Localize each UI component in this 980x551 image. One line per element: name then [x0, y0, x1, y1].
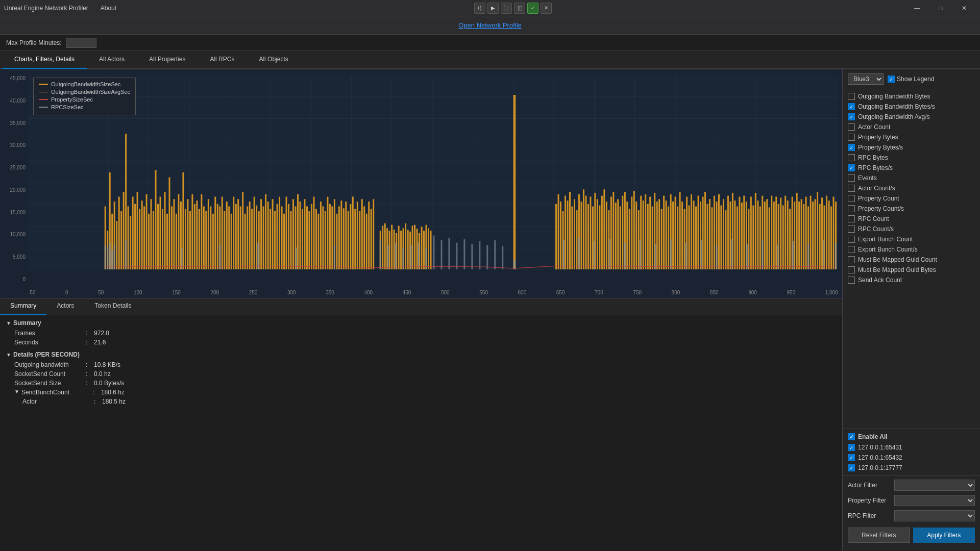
- toolbar-icon-4[interactable]: ◫: [514, 3, 525, 14]
- svg-rect-73: [208, 199, 209, 269]
- svg-rect-131: [340, 201, 342, 269]
- rpc-filter-select[interactable]: [894, 510, 975, 521]
- ip-cb-1[interactable]: ✓: [848, 454, 855, 461]
- svg-rect-228: [689, 206, 690, 269]
- cb-rpc-count[interactable]: [848, 215, 855, 222]
- svg-rect-115: [304, 199, 305, 269]
- cb-must-be-mapped-guid-bytes[interactable]: [848, 266, 855, 273]
- svg-rect-318: [486, 245, 488, 270]
- cb-property-bytes-s[interactable]: ✓: [848, 144, 855, 151]
- svg-rect-50: [155, 170, 157, 269]
- cb-label-12: RPC Count: [858, 215, 889, 222]
- cb-rpc-bytes[interactable]: [848, 154, 855, 161]
- cb-property-count[interactable]: [848, 195, 855, 202]
- cb-label-1: Outgoing Bandwidth Bytes/s: [858, 103, 935, 110]
- ip-cb-0[interactable]: ✓: [848, 444, 855, 451]
- summary-frames-colon: :: [86, 330, 94, 337]
- x-label-8: 350: [326, 290, 334, 295]
- reset-filters-button[interactable]: Reset Filters: [848, 528, 910, 543]
- property-filter-select[interactable]: [894, 495, 975, 506]
- summary-section-header[interactable]: ▼ Summary: [6, 319, 836, 327]
- svg-rect-339: [823, 240, 824, 269]
- cb-row-16: Must Be Mapped Guid Count: [848, 255, 975, 265]
- cb-events[interactable]: [848, 174, 855, 182]
- cb-send-ack-count[interactable]: [848, 277, 855, 284]
- legend-label-4: RPCSizeSec: [51, 104, 84, 110]
- cb-rpc-count-s[interactable]: [848, 226, 855, 233]
- svg-rect-170: [555, 204, 557, 269]
- cb-must-be-mapped-guid-count[interactable]: [848, 256, 855, 263]
- cb-outgoing-bandwidth-avg-s[interactable]: ✓: [848, 113, 855, 120]
- svg-rect-34: [118, 197, 120, 270]
- cb-row-11: Property Count/s: [848, 204, 975, 214]
- bottom-tab-token-details[interactable]: Token Details: [84, 299, 141, 315]
- chart-svg[interactable]: [28, 76, 838, 269]
- svg-rect-310: [426, 247, 427, 269]
- svg-rect-316: [471, 244, 473, 269]
- cb-actor-count[interactable]: [848, 123, 855, 131]
- enable-all-checkbox[interactable]: ✓: [848, 433, 855, 440]
- svg-rect-302: [296, 247, 297, 269]
- show-legend-checkbox[interactable]: ✓: [888, 76, 895, 83]
- toolbar-icon-3[interactable]: ⬛: [501, 3, 512, 14]
- svg-rect-169: [513, 95, 516, 269]
- cb-actor-count-s[interactable]: [848, 185, 855, 192]
- bottom-tabs: Summary Actors Token Details: [0, 299, 842, 315]
- toolbar-icon-5[interactable]: ✓: [527, 3, 538, 14]
- cb-property-bytes[interactable]: [848, 134, 855, 141]
- svg-rect-94: [256, 206, 257, 269]
- max-profile-input[interactable]: [66, 38, 96, 48]
- bottom-tab-summary[interactable]: Summary: [0, 299, 46, 315]
- cb-row-6: RPC Bytes: [848, 153, 975, 163]
- detail-key-2: SocketSend Size: [14, 380, 86, 387]
- cb-outgoing-bandwidth-bytes[interactable]: [848, 93, 855, 100]
- svg-rect-237: [709, 199, 710, 269]
- minimize-button[interactable]: —: [905, 0, 929, 16]
- maximize-button[interactable]: □: [929, 0, 952, 16]
- svg-rect-181: [580, 202, 582, 269]
- summary-section-title: Summary: [13, 319, 41, 327]
- x-label-17: 800: [672, 290, 680, 295]
- cb-export-bunch-count-s[interactable]: [848, 246, 855, 253]
- svg-rect-265: [773, 202, 775, 269]
- cb-row-4: Property Bytes: [848, 132, 975, 142]
- svg-rect-144: [371, 209, 372, 269]
- cb-outgoing-bandwidth-bytes-s[interactable]: ✓: [848, 103, 855, 110]
- tab-all-actors[interactable]: All Actors: [87, 51, 137, 69]
- bottom-tab-actors[interactable]: Actors: [46, 299, 84, 315]
- svg-rect-82: [228, 207, 230, 270]
- svg-rect-250: [739, 197, 740, 270]
- svg-rect-152: [394, 230, 395, 269]
- toolbar-icon-1[interactable]: ⟨⟩: [474, 3, 485, 14]
- color-select[interactable]: Blue3: [848, 73, 884, 85]
- svg-rect-120: [315, 209, 317, 269]
- cb-export-bunch-count[interactable]: [848, 236, 855, 243]
- tab-all-properties[interactable]: All Properties: [137, 51, 198, 69]
- details-section-header[interactable]: ▼ Details (PER SECOND): [6, 351, 836, 358]
- svg-rect-226: [684, 209, 685, 269]
- svg-rect-176: [569, 192, 571, 269]
- tab-charts-filters-details[interactable]: Charts, Filters, Details: [2, 51, 87, 69]
- tab-all-objects[interactable]: All Objects: [247, 51, 300, 69]
- svg-rect-309: [418, 243, 420, 269]
- toolbar-icon-6[interactable]: ✕: [541, 3, 552, 14]
- cb-rpc-bytes-s[interactable]: ✓: [848, 164, 855, 171]
- ip-cb-2[interactable]: ✓: [848, 464, 855, 471]
- menu-about[interactable]: About: [96, 3, 120, 14]
- svg-rect-134: [348, 211, 349, 269]
- cb-property-count-s[interactable]: [848, 205, 855, 212]
- svg-rect-96: [260, 199, 262, 269]
- svg-rect-83: [231, 214, 232, 269]
- actor-filter-select[interactable]: [894, 480, 975, 491]
- svg-rect-87: [240, 207, 241, 270]
- close-button[interactable]: ✕: [952, 0, 976, 16]
- legend-selector-row: Blue3 ✓ Show Legend: [843, 69, 980, 89]
- svg-rect-122: [320, 202, 322, 269]
- open-network-profile-link[interactable]: Open Network Profile: [458, 21, 522, 29]
- detail-colon-3: :: [93, 389, 101, 396]
- apply-filters-button[interactable]: Apply Filters: [913, 528, 975, 543]
- svg-rect-223: [677, 207, 678, 270]
- toolbar-icon-2[interactable]: ▶: [487, 3, 499, 14]
- tab-all-rpcs[interactable]: All RPCs: [198, 51, 247, 69]
- cb-row-5: ✓ Property Bytes/s: [848, 142, 975, 153]
